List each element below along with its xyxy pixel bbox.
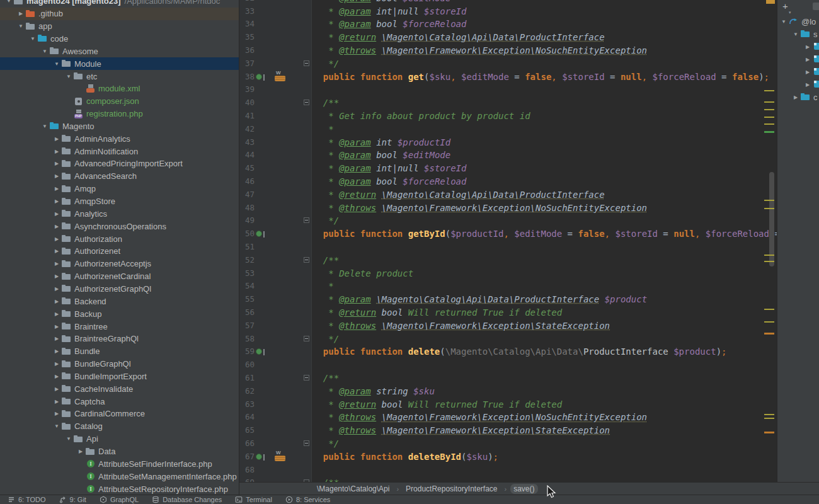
- chevron-right-icon[interactable]: ▶: [53, 236, 60, 242]
- editor-scrollbar-stripe[interactable]: [762, 0, 777, 482]
- fold-marker[interactable]: [304, 440, 309, 446]
- breadcrumb-item-magento-catalog-api[interactable]: \Magento\Catalog\Api: [314, 484, 392, 494]
- stripe-mark[interactable]: [764, 208, 774, 209]
- tree-item-amqpstore[interactable]: ▶AmqpStore: [0, 195, 239, 208]
- stripe-mark[interactable]: [764, 432, 774, 433]
- chevron-right-icon[interactable]: ▶: [804, 69, 811, 75]
- tree-item-asynchronousoperations[interactable]: ▶AsynchronousOperations: [0, 220, 239, 232]
- stripe-mark[interactable]: [764, 101, 774, 103]
- tree-item-advancedpricingimportexport[interactable]: ▶AdvancedPricingImportExport: [0, 158, 239, 170]
- chevron-right-icon[interactable]: ▶: [53, 399, 60, 404]
- stripe-mark[interactable]: [764, 123, 774, 125]
- stripe-mark[interactable]: [764, 200, 774, 201]
- scrollbar-thumb[interactable]: [769, 172, 774, 266]
- tree-item-etc[interactable]: ▼etc: [0, 70, 239, 83]
- chevron-right-icon[interactable]: ▶: [53, 348, 60, 354]
- chevron-right-icon[interactable]: ▶: [53, 173, 60, 179]
- tree-item-composer-json[interactable]: composer.json: [0, 95, 239, 108]
- tree-item-braintreegraphql[interactable]: ▶BraintreeGraphQl: [0, 333, 239, 345]
- chevron-right-icon[interactable]: ▶: [53, 248, 60, 254]
- statusbar-item-6-todo[interactable]: 6: TODO: [8, 496, 46, 503]
- stripe-mark[interactable]: [764, 418, 774, 419]
- tree-item-attributesetfinderinterface-php[interactable]: AttributeSetFinderInterface.php: [0, 457, 239, 470]
- tree-item-analytics[interactable]: ▶Analytics: [0, 207, 239, 220]
- tree-item-attributesetmanagementinterface-php[interactable]: AttributeSetManagementInterface.php: [0, 470, 239, 483]
- stripe-mark[interactable]: [764, 117, 774, 118]
- chevron-right-icon[interactable]: ▶: [804, 44, 811, 50]
- tree-item-awesome[interactable]: ▼Awesome: [0, 45, 239, 57]
- chevron-down-icon[interactable]: ▼: [29, 36, 37, 42]
- fold-marker[interactable]: [304, 60, 309, 66]
- chevron-right-icon[interactable]: ▶: [53, 273, 60, 279]
- implemented-marker-icon[interactable]: [256, 348, 262, 355]
- statusbar-item-terminal[interactable]: Terminal: [235, 496, 272, 503]
- chevron-right-icon[interactable]: ▶: [53, 261, 60, 266]
- tree-item-data[interactable]: ▶Data: [0, 445, 239, 458]
- right-tree-item-lo[interactable]: ▼@lo: [777, 15, 819, 28]
- chevron-down-icon[interactable]: ▼: [41, 49, 49, 54]
- tree-item-github[interactable]: ▶.github: [0, 8, 239, 20]
- chevron-right-icon[interactable]: ▶: [53, 136, 60, 142]
- chevron-right-icon[interactable]: ▶: [77, 449, 84, 454]
- chevron-down-icon[interactable]: ▼: [780, 19, 788, 25]
- add-button[interactable]: +: [782, 0, 788, 13]
- stripe-mark[interactable]: [764, 131, 774, 133]
- chevron-down-icon[interactable]: ▼: [53, 423, 60, 429]
- tree-item-catalog[interactable]: ▼Catalog: [0, 420, 239, 433]
- fold-marker[interactable]: [304, 257, 309, 263]
- implemented-marker-icon[interactable]: [256, 231, 262, 237]
- tree-item-advancedsearch[interactable]: ▶AdvancedSearch: [0, 170, 239, 183]
- tree-item-bundlegraphql[interactable]: ▶BundleGraphQl: [0, 358, 239, 370]
- tree-item-bundle[interactable]: ▶Bundle: [0, 345, 239, 358]
- breadcrumb-item-productrepositoryinterface[interactable]: ProductRepositoryInterface: [403, 484, 500, 494]
- tree-item-authorizenet[interactable]: ▶Authorizenet: [0, 245, 239, 258]
- chevron-right-icon[interactable]: ▶: [53, 161, 60, 166]
- chevron-right-icon[interactable]: ▶: [53, 374, 60, 379]
- chevron-right-icon[interactable]: ▶: [53, 336, 60, 341]
- right-tree-item-table-3[interactable]: ▶: [777, 53, 819, 66]
- chevron-right-icon[interactable]: ▶: [53, 198, 60, 204]
- right-tree-item-c[interactable]: ▶c: [777, 91, 819, 103]
- tree-item-cacheinvalidate[interactable]: ▶CacheInvalidate: [0, 382, 239, 395]
- implemented-marker-icon[interactable]: [256, 74, 262, 80]
- stripe-mark[interactable]: [764, 321, 774, 323]
- tree-item-adminanalytics[interactable]: ▶AdminAnalytics: [0, 132, 239, 145]
- tree-item-adminnotification[interactable]: ▶AdminNotification: [0, 145, 239, 158]
- stripe-mark[interactable]: [764, 333, 774, 335]
- code-area[interactable]: * @param bool $editMode * @param int|nul…: [312, 0, 777, 482]
- stripe-mark[interactable]: [764, 309, 774, 310]
- chevron-down-icon[interactable]: ▼: [792, 32, 799, 37]
- tree-item-code[interactable]: ▼code: [0, 33, 239, 45]
- tree-item-authorization[interactable]: ▶Authorization: [0, 232, 239, 245]
- stripe-mark[interactable]: [766, 0, 775, 4]
- tree-item-authorizenetgraphql[interactable]: ▶AuthorizenetGraphQl: [0, 283, 239, 295]
- fold-marker[interactable]: [304, 100, 309, 105]
- stripe-mark[interactable]: [764, 109, 774, 110]
- chevron-right-icon[interactable]: ▶: [53, 224, 60, 229]
- breadcrumb-item-save[interactable]: save(): [510, 484, 537, 494]
- tree-item-cardinalcommerce[interactable]: ▶CardinalCommerce: [0, 408, 239, 420]
- right-tree-item-table-5[interactable]: ▶: [777, 78, 819, 91]
- chevron-right-icon[interactable]: ▶: [53, 299, 60, 304]
- tree-item-attributesetrepositoryinterface-php[interactable]: AttributeSetRepositoryInterface.php: [0, 483, 239, 495]
- tree-item-api[interactable]: ▼Api: [0, 433, 239, 445]
- statusbar-item-graphql[interactable]: GraphQL: [100, 496, 139, 503]
- tree-item-braintree[interactable]: ▶Braintree: [0, 320, 239, 333]
- tree-item-captcha[interactable]: ▶Captcha: [0, 395, 239, 408]
- tree-item-authorizenetacceptjs[interactable]: ▶AuthorizenetAcceptjs: [0, 258, 239, 270]
- chevron-down-icon[interactable]: ▼: [5, 0, 13, 4]
- tree-item-registration-php[interactable]: registration.php: [0, 108, 239, 120]
- chevron-right-icon[interactable]: ▶: [804, 82, 811, 88]
- chevron-right-icon[interactable]: ▶: [53, 361, 60, 367]
- chevron-right-icon[interactable]: ▶: [804, 57, 811, 62]
- tree-item-module-xml[interactable]: module.xml: [0, 83, 239, 95]
- stripe-mark[interactable]: [764, 261, 774, 262]
- tree-item-backup[interactable]: ▶Backup: [0, 307, 239, 320]
- tree-item-module[interactable]: ▼Module: [0, 57, 239, 70]
- statusbar-item-database-changes[interactable]: Database Changes: [152, 496, 222, 503]
- tree-item-magento24-magento23[interactable]: ▼magento24 [magento23]/Applications/MAMP…: [0, 0, 239, 8]
- tree-item-backend[interactable]: ▶Backend: [0, 295, 239, 307]
- stripe-mark[interactable]: [764, 255, 774, 256]
- webapi-marker-icon[interactable]: [275, 76, 285, 81]
- chevron-right-icon[interactable]: ▶: [53, 211, 60, 217]
